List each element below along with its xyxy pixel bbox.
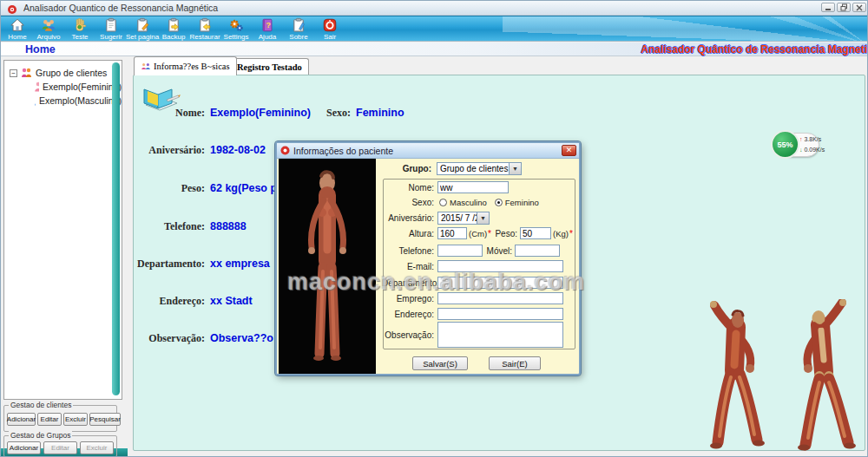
- peso-input[interactable]: [520, 227, 551, 239]
- clipboard-edit-icon: [135, 17, 150, 33]
- network-speed-widget[interactable]: 55% ↑ 3.8K/s ↓ 0.09K/s: [771, 130, 819, 161]
- toolbar-sair[interactable]: Sair: [314, 16, 345, 41]
- clipboard-export-icon: [166, 17, 181, 33]
- tab-informacoes-basicas[interactable]: Informa??es B~sicas: [134, 56, 237, 75]
- tree-node-label: Exemplo(Feminino): [43, 82, 122, 92]
- observacao-textarea[interactable]: [437, 322, 563, 348]
- email-input[interactable]: [437, 260, 563, 272]
- dlg-observacao-label: Observação:: [382, 330, 434, 340]
- breadcrumb-home[interactable]: Home: [25, 43, 56, 55]
- emprego-input[interactable]: [437, 292, 563, 304]
- close-button[interactable]: [852, 3, 866, 12]
- chevron-down-icon[interactable]: ▼: [509, 163, 521, 174]
- tree-expander-icon[interactable]: −: [10, 69, 17, 77]
- dlg-peso-label: Peso:: [491, 229, 517, 238]
- observacao-label: Observação:: [123, 332, 205, 345]
- speed-percent: 55%: [777, 140, 792, 149]
- groups-management-box: Gestao de Grupos Adicionar Editar Exclui…: [3, 435, 117, 457]
- dialog-title: Informações do paciente: [293, 146, 393, 156]
- anatomy-model-image: [279, 159, 376, 374]
- minimize-button[interactable]: [821, 3, 835, 12]
- app-name-banner: Analisador Quântico de Ressonancia Magne…: [641, 43, 867, 55]
- toolbar-restaurar[interactable]: Restaurar: [189, 16, 220, 41]
- toolbar-ajuda[interactable]: ? Ajuda: [252, 16, 283, 41]
- breadcrumb-bar: Home Analisador Quântico de Ressonancia …: [1, 42, 867, 56]
- dlg-telefone-label: Telefone:: [382, 246, 434, 256]
- aniversario-date-select[interactable]: 2015/ 7 /23 ▼: [437, 212, 490, 225]
- dlg-movel-label: Móvel:: [483, 246, 512, 256]
- clipboard-import-icon: [197, 17, 213, 33]
- radio-masculino[interactable]: [439, 199, 447, 206]
- toolbar-sobre[interactable]: Sobre: [283, 16, 314, 41]
- tree-scrollbar[interactable]: [112, 62, 120, 395]
- upload-arrow-icon: ↑: [799, 136, 803, 142]
- delete-group-button[interactable]: Excluir: [80, 441, 114, 454]
- client-tree-panel: − Grupo de clientes Exemplo(Feminino) Ex…: [3, 60, 122, 400]
- app-window: Analisador Quantico de Ressonancia Magné…: [0, 0, 868, 457]
- patient-dialog: Informações do paciente ✕: [275, 141, 581, 375]
- save-button[interactable]: Salvar(S): [412, 356, 468, 370]
- search-client-button[interactable]: Pesquisar: [89, 413, 121, 426]
- title-bar: Analisador Quantico de Ressonancia Magné…: [1, 1, 867, 16]
- endereco-label: Endereço:: [123, 295, 205, 308]
- dlg-aniversario-label: Aniversário:: [382, 213, 434, 223]
- aniversario-value: 2015/ 7 /23: [438, 213, 477, 223]
- movel-input[interactable]: [515, 245, 560, 257]
- delete-client-button[interactable]: Excluir: [63, 413, 88, 426]
- grupo-select[interactable]: Grupo de clientes ▼: [437, 162, 522, 175]
- chevron-down-icon[interactable]: ▼: [477, 212, 489, 224]
- toolbar-settings[interactable]: Settings: [220, 16, 252, 41]
- anatomy-preview-panel: [279, 159, 376, 374]
- group-icon: [21, 68, 32, 78]
- download-rate: 0.09K/s: [804, 147, 825, 153]
- edit-group-button[interactable]: Editar: [43, 441, 77, 454]
- people-icon: [41, 17, 56, 33]
- aniversario-label: Aniversário:: [123, 144, 205, 157]
- grupo-selected-value: Grupo de clientes: [437, 164, 509, 173]
- dialog-title-bar[interactable]: Informações do paciente ✕: [277, 143, 579, 159]
- exit-button[interactable]: Sair(E): [489, 356, 541, 370]
- nome-label: Nome:: [134, 107, 205, 120]
- tree-node-exemplo-feminino[interactable]: Exemplo(Feminino): [34, 82, 122, 92]
- toolbar-backup[interactable]: Backup: [158, 16, 189, 41]
- main-toolbar: Home Arquivo Teste Sugerir Set pagina Ba…: [1, 16, 867, 42]
- radio-masculino-label: Masculino: [450, 198, 487, 207]
- help-book-icon: ?: [260, 17, 275, 33]
- speed-ball[interactable]: 55%: [771, 130, 799, 159]
- add-client-button[interactable]: Adicionar: [7, 413, 36, 426]
- tree-node-label: Exemplo(Masculino): [39, 95, 122, 106]
- sexo-value: Feminino: [356, 107, 404, 120]
- dlg-departamento-label: Departamento:: [382, 278, 434, 288]
- dlg-altura-label: Altura:: [382, 229, 434, 238]
- radio-feminino-label: Feminino: [505, 198, 539, 207]
- tree-node-exemplo-masculino[interactable]: Exemplo(Masculino): [34, 95, 122, 106]
- toolbar-teste[interactable]: Teste: [64, 16, 95, 41]
- dialog-close-icon[interactable]: ✕: [562, 145, 576, 156]
- telefone-value: 888888: [210, 220, 247, 233]
- observacao-value: Observa??o: [210, 332, 273, 345]
- departamento-input[interactable]: [437, 277, 563, 289]
- toolbar-arquivo[interactable]: Arquivo: [33, 16, 64, 41]
- altura-input[interactable]: [437, 227, 467, 239]
- tree-node-grupo-de-clientes[interactable]: − Grupo de clientes: [10, 68, 122, 78]
- tab-label: Registro Testado: [237, 62, 302, 72]
- add-group-button[interactable]: Adicionar: [7, 441, 41, 454]
- download-arrow-icon: ↓: [799, 147, 803, 153]
- toolbar-set-pagina[interactable]: Set pagina: [127, 16, 158, 41]
- sexo-label: Sexo:: [288, 107, 351, 120]
- nome-input[interactable]: [437, 181, 509, 193]
- grupo-label: Grupo:: [378, 164, 431, 173]
- peso-unit: (Kg): [553, 229, 569, 238]
- departamento-label: Departamento:: [123, 258, 205, 271]
- telefone-input[interactable]: [437, 245, 483, 257]
- peso-label: Peso:: [123, 182, 205, 195]
- toolbar-sugerir[interactable]: Sugerir: [95, 16, 127, 41]
- toolbar-home[interactable]: Home: [2, 16, 33, 41]
- radio-feminino[interactable]: [495, 199, 503, 206]
- restore-button[interactable]: [837, 3, 851, 12]
- altura-unit: (Cm): [469, 229, 487, 238]
- svg-text:?: ?: [266, 21, 272, 29]
- edit-client-button[interactable]: Editar: [37, 413, 62, 426]
- home-icon: [10, 17, 25, 33]
- endereco-input[interactable]: [437, 308, 563, 320]
